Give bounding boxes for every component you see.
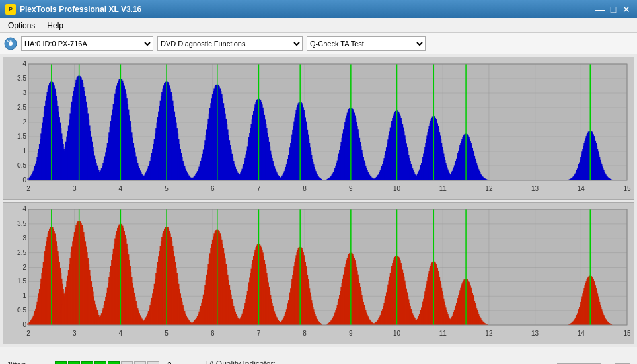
- bottom-chart: [3, 203, 634, 344]
- maximize-button[interactable]: □: [608, 4, 618, 15]
- svg-text:HA: HA: [7, 39, 13, 43]
- jitter-seg-8: [147, 361, 159, 365]
- jitter-seg-4: [94, 361, 106, 365]
- jitter-value: 3: [167, 361, 172, 365]
- drive-icon: HA: [4, 37, 17, 50]
- jitter-progress: [55, 361, 159, 365]
- window-title: PlexTools Professional XL V3.16: [20, 5, 141, 14]
- toolbar: HA HA:0 ID:0 PX-716A DVD Diagnostic Func…: [0, 33, 637, 54]
- bottom-chart-container: [3, 202, 634, 344]
- jitter-seg-6: [121, 361, 133, 365]
- minimize-button[interactable]: —: [595, 4, 605, 15]
- stats-panel: Jitter: 3 Peak Shift:: [0, 347, 637, 364]
- jitter-label: Jitter:: [7, 361, 50, 365]
- ta-quality-label: TA Quality Indicator:: [205, 359, 276, 365]
- top-chart: [3, 57, 634, 199]
- jitter-seg-5: [108, 361, 120, 365]
- jitter-seg-3: [81, 361, 93, 365]
- ta-section: TA Quality Indicator: Good: [205, 359, 276, 365]
- jitter-seg-7: [134, 361, 146, 365]
- main-content: [0, 54, 637, 347]
- jitter-seg-2: [68, 361, 80, 365]
- menu-help[interactable]: Help: [42, 20, 69, 32]
- stats-left: Jitter: 3 Peak Shift:: [7, 361, 172, 365]
- title-left: P PlexTools Professional XL V3.16: [5, 4, 141, 15]
- title-controls[interactable]: — □ ✕: [595, 4, 632, 15]
- drive-select[interactable]: HA:0 ID:0 PX-716A: [21, 36, 153, 51]
- test-select[interactable]: Q-Check TA Test: [307, 36, 426, 51]
- menu-bar: Options Help: [0, 18, 637, 33]
- close-button[interactable]: ✕: [621, 4, 632, 15]
- jitter-seg-1: [55, 361, 67, 365]
- jitter-row: Jitter: 3: [7, 361, 172, 365]
- menu-options[interactable]: Options: [3, 20, 40, 32]
- top-chart-container: [3, 57, 634, 200]
- title-bar: P PlexTools Professional XL V3.16 — □ ✕: [0, 0, 637, 18]
- app-icon: P: [5, 4, 16, 15]
- function-select[interactable]: DVD Diagnostic Functions: [157, 36, 303, 51]
